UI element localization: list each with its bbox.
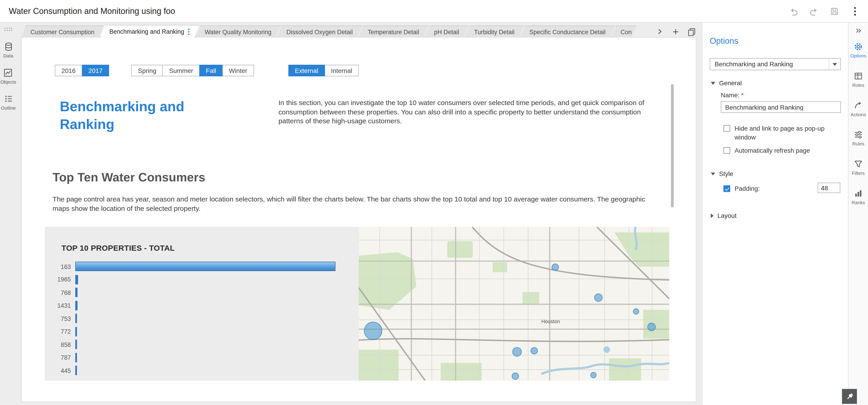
section-style[interactable]: Style (711, 170, 733, 177)
bar-row[interactable]: 1965 (45, 273, 359, 286)
filter-button-internal[interactable]: Internal (324, 65, 359, 76)
tab-con[interactable]: Con (611, 26, 637, 38)
section-layout[interactable]: Layout (711, 212, 737, 219)
report-canvas: 20162017 SpringSummerFallWinter External… (21, 37, 696, 402)
rail-item-roles[interactable]: Roles (848, 65, 868, 94)
bar-row[interactable]: 445 (45, 364, 359, 377)
name-field[interactable] (721, 101, 841, 113)
left-rail: Data Objects Outline (0, 23, 17, 405)
map-city-label: Houston (541, 318, 560, 324)
bar-category-label: 768 (45, 289, 75, 296)
bar-row[interactable]: 1431 (45, 299, 359, 312)
refresh-checkbox[interactable] (723, 147, 730, 154)
sidebar-item-objects[interactable]: Objects (0, 68, 16, 85)
more-menu-icon[interactable] (848, 4, 861, 18)
padding-checkbox[interactable] (723, 185, 730, 192)
map-bubble[interactable] (552, 264, 559, 271)
section-general[interactable]: General (711, 80, 742, 87)
bar-category-label: 772 (45, 328, 75, 335)
map-bubble[interactable] (513, 347, 522, 356)
redo-icon[interactable] (807, 4, 820, 18)
pin-panel-button[interactable] (842, 389, 857, 404)
triangle-down-icon (711, 81, 715, 84)
options-panel-title: Options (710, 36, 738, 45)
bar-row[interactable]: 163 (45, 260, 359, 273)
refresh-checkbox-label: Automatically refresh page (735, 146, 834, 155)
canvas-scrollbar[interactable] (671, 84, 674, 207)
tab-menu-icon[interactable] (187, 28, 190, 35)
popup-checkbox[interactable] (723, 125, 730, 132)
section-general-label: General (719, 80, 742, 87)
triangle-down-icon (711, 172, 715, 175)
bar[interactable] (75, 262, 336, 271)
add-page-icon[interactable] (671, 27, 680, 36)
bar[interactable] (75, 275, 78, 284)
sidebar-item-label: Data (3, 53, 13, 59)
sidebar-item-data[interactable]: Data (3, 42, 13, 59)
refresh-checkbox-row[interactable]: Automatically refresh page (723, 146, 834, 155)
map-bubble[interactable] (512, 373, 519, 379)
bar-row[interactable]: 858 (45, 338, 359, 351)
rail-item-label: Actions (851, 111, 866, 117)
bar-category-label: 858 (45, 341, 75, 348)
rail-item-actions[interactable]: Actions (848, 94, 868, 124)
section-style-label: Style (719, 170, 733, 177)
filter-button-external[interactable]: External (288, 65, 325, 76)
bar[interactable] (75, 340, 77, 349)
chart-panel: TOP 10 PROPERTIES - TOTAL 16319657681431… (45, 227, 669, 381)
tab-label: Dissolved Oxygen Detail (286, 29, 353, 35)
bar-row[interactable]: 768 (45, 286, 359, 299)
map-bubble[interactable] (591, 372, 596, 378)
bar[interactable] (75, 327, 77, 336)
bar[interactable] (75, 314, 77, 323)
map-bubble[interactable] (594, 294, 602, 302)
map-bubble[interactable] (648, 323, 655, 331)
right-rail: Options Roles Actions Rules Filters Rank… (848, 23, 868, 405)
object-selector-dropdown[interactable]: Benchmarking and Ranking (710, 58, 841, 70)
drag-grip[interactable] (4, 28, 12, 31)
tab-scroll-right-icon[interactable] (655, 27, 664, 36)
tab-label: Con (621, 29, 632, 35)
tab-temperature-detail[interactable]: Temperature Detail (358, 26, 429, 38)
save-icon[interactable] (828, 4, 841, 18)
bar[interactable] (75, 366, 77, 375)
rail-item-rules[interactable]: Rules (848, 123, 868, 153)
filter-button-2017[interactable]: 2017 (82, 65, 109, 76)
bar-row[interactable]: 753 (45, 312, 359, 325)
undo-icon[interactable] (786, 4, 800, 18)
sidebar-item-outline[interactable]: Outline (1, 94, 16, 111)
filter-button-summer[interactable]: Summer (162, 65, 200, 76)
map-bubble[interactable] (633, 309, 639, 314)
bar-row[interactable]: 772 (45, 325, 359, 338)
rail-item-options[interactable]: Options (848, 35, 868, 65)
collapse-panel-icon[interactable] (855, 26, 862, 36)
rail-item-ranks[interactable]: Ranks (848, 182, 868, 211)
bar-row[interactable]: 787 (45, 351, 359, 364)
filter-button-2016[interactable]: 2016 (55, 65, 82, 76)
bar[interactable] (75, 353, 77, 362)
geo-map[interactable]: Houston (359, 227, 669, 381)
popup-checkbox-row[interactable]: Hide and link to page as pop-up window (723, 125, 829, 141)
tab-dissolved-oxygen-detail[interactable]: Dissolved Oxygen Detail (277, 26, 362, 38)
tab-label: Customer Consumption (31, 29, 95, 35)
tab-ph-detail[interactable]: pH Detail (425, 26, 468, 38)
tab-customer-consumption[interactable]: Customer Consumption (21, 26, 104, 38)
required-marker: * (741, 92, 744, 98)
triangle-right-icon (711, 213, 714, 218)
rail-item-filters[interactable]: Filters (848, 153, 868, 182)
pushpin-icon (845, 392, 854, 401)
bar[interactable] (75, 288, 78, 297)
map-bubble[interactable] (364, 322, 382, 340)
tab-turbidity-detail[interactable]: Turbidity Detail (465, 26, 524, 38)
padding-value-input[interactable] (817, 182, 840, 193)
filter-button-fall[interactable]: Fall (199, 65, 223, 76)
ranks-bars-icon (854, 188, 863, 198)
tab-specific-conductance-detail[interactable]: Specific Conductance Detail (520, 26, 615, 38)
filter-button-winter[interactable]: Winter (222, 65, 254, 76)
tab-water-quality-monitoring[interactable]: Water Quality Monitoring (195, 26, 281, 38)
map-bubble[interactable] (531, 347, 537, 354)
duplicate-page-icon[interactable] (686, 27, 696, 36)
tab-benchmarking-and-ranking[interactable]: Benchmarking and Ranking (100, 25, 199, 38)
filter-button-spring[interactable]: Spring (131, 65, 163, 76)
bar[interactable] (75, 301, 78, 310)
